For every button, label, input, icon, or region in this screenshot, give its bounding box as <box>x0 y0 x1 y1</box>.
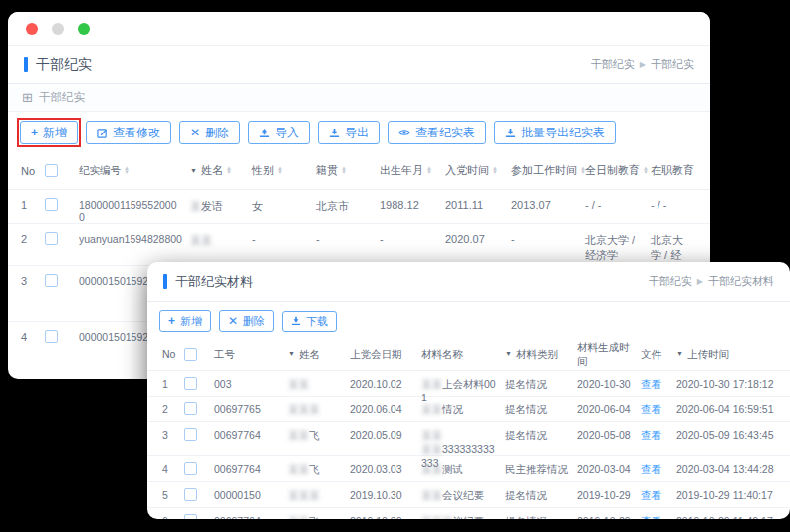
view-file-link[interactable]: 查看 <box>641 429 661 441</box>
name-cell: 某某某 <box>283 397 345 419</box>
view-file-link[interactable]: 查看 <box>641 489 661 501</box>
export-button[interactable]: 导出 <box>318 121 380 144</box>
emp-id-cell: 00697764 <box>209 508 283 519</box>
material-name-cell: 某某测试 <box>416 456 500 479</box>
add-material-button[interactable]: + 新增 <box>159 310 211 332</box>
view-record-sheet-button[interactable]: 查看纪实表 <box>388 121 486 144</box>
materials-page-header: 干部纪实材料 干部纪实 ▶ 干部纪实材料 <box>147 262 790 302</box>
table-row[interactable]: 5 00000150 某某某 2019.10.30 某某会议纪要 提名情况 20… <box>147 482 790 508</box>
select-all-checkbox[interactable] <box>45 164 58 177</box>
record-id-cell: yuanyuan1594828800 <box>74 224 185 247</box>
view-file-link[interactable]: 查看 <box>641 463 661 475</box>
plus-icon: + <box>168 315 175 327</box>
col-no: No <box>16 163 40 179</box>
row-checkbox[interactable] <box>45 274 58 287</box>
sort-icon[interactable]: ▲▼ <box>226 167 232 174</box>
materials-toolbar: + 新增 ✕ 删除 下载 <box>147 302 790 339</box>
materials-table: No 工号 ▼姓名 上党会日期 材料名称 ▼材料类别 材料生成时间 文件 ▼上传… <box>147 339 790 519</box>
materials-panel: 干部纪实材料 干部纪实 ▶ 干部纪实材料 + 新增 ✕ 删除 下载 No 工号 … <box>147 262 790 519</box>
material-category-cell: 提名情况 <box>500 482 572 505</box>
col-record-id: 纪实编号▲▼ <box>74 162 185 180</box>
row-checkbox[interactable] <box>184 428 197 441</box>
filter-icon[interactable]: ▼ <box>190 167 197 174</box>
download-button[interactable]: 下载 <box>282 311 337 332</box>
gender-cell: 女 <box>247 190 311 216</box>
page-title: 干部纪实 <box>36 56 92 74</box>
batch-export-button[interactable]: 批量导出纪实表 <box>494 121 616 144</box>
table-row[interactable]: 3 00697764 某某飞 2020.05.09 某某某某3333333333… <box>147 422 790 456</box>
breadcrumb-arrow-icon: ▶ <box>697 277 703 286</box>
col-party-join: 入党时间▲▼ <box>440 161 506 180</box>
title-accent-bar <box>24 57 28 72</box>
gender-cell: - <box>247 224 311 247</box>
sort-icon[interactable]: ▲▼ <box>426 167 432 174</box>
table-row[interactable]: 1 180000011595520000 某发语 女 北京市 1988.12 2… <box>8 190 710 224</box>
breadcrumb: 干部纪实 ▶ 干部纪实材料 <box>649 274 774 289</box>
col-material-name: 材料名称 <box>416 346 500 363</box>
row-checkbox[interactable] <box>184 488 197 501</box>
export-icon <box>291 316 301 326</box>
row-index: 1 <box>157 371 179 392</box>
material-category-cell: 提名情况 <box>500 397 572 419</box>
name-cell: 某某某 <box>283 482 345 505</box>
row-checkbox[interactable] <box>45 330 58 343</box>
name-cell: 某某飞 <box>283 422 345 445</box>
maximize-window-button[interactable] <box>78 23 90 35</box>
view-file-link[interactable]: 查看 <box>641 378 661 390</box>
eye-icon <box>398 128 410 137</box>
row-checkbox[interactable] <box>45 198 58 211</box>
meeting-date-cell: 2020.05.09 <box>345 422 416 443</box>
filter-icon[interactable]: ▼ <box>676 350 683 359</box>
close-window-button[interactable] <box>26 23 38 35</box>
row-checkbox[interactable] <box>184 377 197 390</box>
row-index: 4 <box>157 456 179 477</box>
table-row[interactable]: 4 00697764 某某飞 2020.03.03 某某测试 民主推荐情况 20… <box>147 456 790 482</box>
row-checkbox[interactable] <box>184 462 197 475</box>
import-button[interactable]: 导入 <box>248 121 310 144</box>
work-start-cell: 2013.07 <box>506 190 580 213</box>
material-name-cell: 某某会议纪要 <box>416 482 500 505</box>
record-id-cell: 180000011595520000 <box>74 190 185 225</box>
table-row[interactable]: 2 00697765 某某某 2020.06.04 某某情况 提名情况 2020… <box>147 397 790 422</box>
generated-time-cell: 2020-03-04 <box>572 456 636 477</box>
upload-time-cell: 2020-03-04 13:44:28 <box>671 456 783 477</box>
select-all-checkbox[interactable] <box>184 348 197 361</box>
view-edit-button[interactable]: 查看修改 <box>86 121 171 144</box>
sort-icon[interactable]: ▲▼ <box>277 167 283 174</box>
col-native-place: 籍贯▲▼ <box>311 161 375 180</box>
view-file-link[interactable]: 查看 <box>641 403 661 415</box>
filter-icon[interactable]: ▼ <box>288 350 295 359</box>
table-row[interactable]: 1 003 某某 2020.10.02 某某上会材料001 提名情况 2020-… <box>147 371 790 397</box>
native-place-cell: 北京市 <box>311 190 375 216</box>
table-row[interactable]: 6 00697764 某某飞 2019.10.30 某某某议纪要 提名情况 20… <box>147 508 790 519</box>
delete-button[interactable]: ✕ 删除 <box>179 121 240 144</box>
row-checkbox[interactable] <box>45 232 58 245</box>
row-index: 3 <box>16 266 40 289</box>
emp-id-cell: 00697764 <box>209 456 283 477</box>
delete-material-button-label: 删除 <box>243 316 265 327</box>
view-file-link[interactable]: 查看 <box>641 515 661 519</box>
row-index: 4 <box>16 322 40 345</box>
party-join-cell: 2020.07 <box>440 224 506 247</box>
table-row[interactable]: 2 yuanyuan1594828800 某某 - - - 2020.07 - … <box>8 224 710 266</box>
export-icon <box>329 128 340 138</box>
sort-icon[interactable]: ▲▼ <box>341 167 347 174</box>
generated-time-cell: 2020-06-04 <box>572 397 636 417</box>
row-index: 1 <box>16 190 40 213</box>
col-gender: 性别▲▼ <box>247 161 311 180</box>
page-header: 干部纪实 干部纪实 ▶ 干部纪实 <box>8 46 710 84</box>
row-index: 5 <box>157 482 179 503</box>
add-button-label: 新增 <box>43 127 67 138</box>
add-button[interactable]: + 新增 <box>20 121 78 144</box>
breadcrumb-parent[interactable]: 干部纪实 <box>591 57 635 72</box>
delete-material-button[interactable]: ✕ 删除 <box>219 310 274 332</box>
filter-icon[interactable]: ▼ <box>505 350 512 359</box>
row-checkbox[interactable] <box>184 402 197 415</box>
minimize-window-button[interactable] <box>52 23 64 35</box>
col-name: ▼姓名 <box>283 346 345 363</box>
sort-icon[interactable]: ▲▼ <box>124 167 130 174</box>
row-checkbox[interactable] <box>184 514 197 519</box>
sort-icon[interactable]: ▲▼ <box>492 167 498 174</box>
breadcrumb-parent[interactable]: 干部纪实 <box>649 274 692 289</box>
material-name-cell: 某某某议纪要 <box>416 508 500 519</box>
